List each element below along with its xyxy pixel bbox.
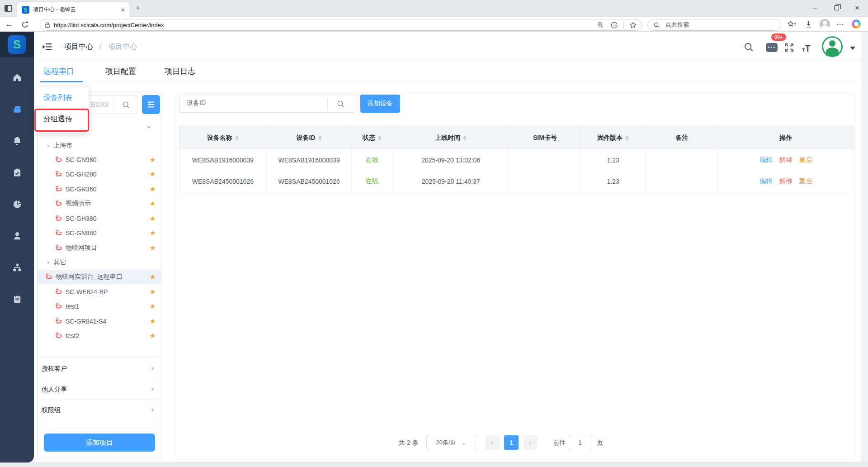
tree-item[interactable]: SC-GR841-S4 ★ [55,314,160,329]
project-filter-button[interactable] [142,95,160,114]
browser-profile-avatar[interactable] [820,19,830,29]
sort-icon[interactable] [318,135,322,141]
downloads-icon[interactable] [805,20,812,29]
add-device-button[interactable]: 添加设备 [360,95,400,113]
favorite-star-icon[interactable]: ★ [150,332,156,340]
fullscreen-icon[interactable] [784,43,794,52]
unbind-link[interactable]: 解绑 [779,156,792,164]
device-search-icon[interactable] [337,100,345,108]
font-size-icon[interactable]: тT [802,43,811,54]
browser-tab[interactable]: S 项目中心 - 霜蝉云 × [17,2,129,17]
browser-menu-icon[interactable]: ⋯ [836,20,844,29]
device-search-input[interactable] [186,99,323,107]
sort-icon[interactable] [235,135,239,141]
tab-project-log[interactable]: 项目日志 [165,66,195,76]
sidebar-item-home-icon[interactable] [12,72,22,82]
sort-icon[interactable] [463,135,467,141]
browser-search-box[interactable]: 点此搜索 [647,19,781,31]
favorite-star-icon[interactable]: ★ [150,214,156,223]
header-search-icon[interactable] [744,42,754,52]
vertical-scrollbar[interactable] [861,32,868,462]
tree-item[interactable]: SC-GN980 ★ [55,226,160,240]
tree-item[interactable]: SC-WE824-BP ★ [55,285,160,299]
goto-page-input[interactable]: 1 [569,435,591,450]
sidebar-item-tasks-icon[interactable] [12,167,22,177]
sidebar-item-projects-icon[interactable] [12,104,22,114]
sidebar-item-users-icon[interactable] [12,231,22,241]
address-bar[interactable]: https://iiot.scicala.com/projectCenter/i… [40,19,642,31]
messages-icon[interactable] [766,43,778,52]
window-close-button[interactable]: × [855,4,859,13]
chevron-right-icon[interactable]: › [151,405,154,415]
favorite-star-icon[interactable]: ★ [150,273,156,281]
favorite-star-icon[interactable]: ★ [150,302,156,310]
tree-item[interactable]: SC-GR360 ★ [55,182,160,196]
favorite-star-icon[interactable]: ★ [150,200,156,208]
page-number-1[interactable]: 1 [504,435,519,450]
more-permissions-icon[interactable] [610,21,618,29]
tree-item[interactable]: test2 ★ [55,329,160,343]
unbind-link[interactable]: 解绑 [779,177,792,186]
sidebar-item-logs-icon[interactable] [12,294,22,304]
tree-group[interactable]: ▾ 上海市 [47,138,160,153]
favorite-star-icon[interactable]: ★ [150,229,156,237]
page-size-select[interactable]: 20条/页 ⌄ [426,435,476,450]
column-device-id[interactable]: 设备ID [267,126,352,150]
table-row[interactable]: WE8SAB2450001026 WE8SAB2450001026 在线 202… [179,171,854,192]
edit-link[interactable]: 编辑 [760,156,772,164]
tree-item[interactable]: 物联网项目 ★ [55,241,160,255]
back-icon[interactable]: ← [5,20,13,29]
section-permission-groups[interactable]: 权限组 [42,406,61,415]
tab-remote-serial[interactable]: 远程串口 [43,66,74,76]
sort-icon[interactable] [378,135,382,141]
sidebar-item-reports-icon[interactable] [12,199,22,209]
favorite-star-icon[interactable]: ★ [150,156,156,164]
prev-page-button[interactable]: ‹ [485,435,500,450]
favorite-star-icon[interactable]: ★ [150,317,156,325]
tree-item[interactable]: 视频演示 ★ [55,196,160,211]
new-tab-button[interactable]: + [136,4,141,13]
bookmark-star-icon[interactable] [629,21,637,29]
group-caret-icon[interactable]: ▾ [47,143,50,149]
window-minimize-button[interactable]: – [813,4,817,12]
column-status[interactable]: 状态 [352,126,392,150]
section-shared-by-others[interactable]: 他人分享 [42,386,67,394]
next-page-button[interactable]: › [523,435,538,450]
chevron-right-icon[interactable]: › [151,384,154,394]
tree-item[interactable]: SC-GH380 ★ [55,211,160,226]
tree-item[interactable]: SC-GH280 ★ [55,167,160,181]
chevron-right-icon[interactable]: › [151,363,154,373]
favorite-star-icon[interactable]: ★ [150,170,156,178]
avatar-caret-icon[interactable] [850,47,855,52]
favorite-star-icon[interactable]: ★ [150,185,156,193]
favorite-star-icon[interactable]: ★ [150,244,156,252]
collapse-menu-icon[interactable] [42,43,52,51]
tab-project-config[interactable]: 项目配置 [105,66,136,76]
project-search-icon[interactable] [122,101,130,109]
user-avatar[interactable] [822,36,843,57]
column-online-time[interactable]: 上线时间 [392,126,509,150]
menu-item-device-list[interactable]: 设备列表 [35,87,89,109]
table-row[interactable]: WE8SAB1916000039 WE8SAB1916000039 在线 202… [179,149,854,171]
favorites-icon[interactable] [788,20,796,30]
window-restore-button[interactable] [834,5,839,10]
add-project-button[interactable]: 添加项目 [44,434,155,452]
column-firmware[interactable]: 固件版本 [581,126,646,150]
sort-icon[interactable] [625,135,629,141]
tree-item-selected[interactable]: 物联网实训台_远程串口 ★ [45,270,160,284]
app-logo[interactable]: S [8,35,26,54]
copilot-icon[interactable] [852,19,861,29]
section-authorized-clients[interactable]: 授权客户 [42,365,67,373]
reboot-link[interactable]: 重启 [799,156,812,164]
breadcrumb-root[interactable]: 项目中心 [64,43,93,50]
sidebar-item-alerts-icon[interactable] [12,136,22,146]
tab-actions-icon[interactable] [5,5,12,12]
sidebar-item-organization-icon[interactable] [12,262,22,272]
group-caret-icon[interactable]: ▾ [47,260,50,266]
column-device-name[interactable]: 设备名称 [179,126,267,150]
horizontal-scrollbar[interactable] [0,462,868,467]
zoom-page-icon[interactable] [597,21,604,29]
tree-group[interactable]: ▾ 其它 [47,255,160,270]
tab-close-icon[interactable]: × [121,6,125,14]
favorite-star-icon[interactable]: ★ [150,288,156,296]
